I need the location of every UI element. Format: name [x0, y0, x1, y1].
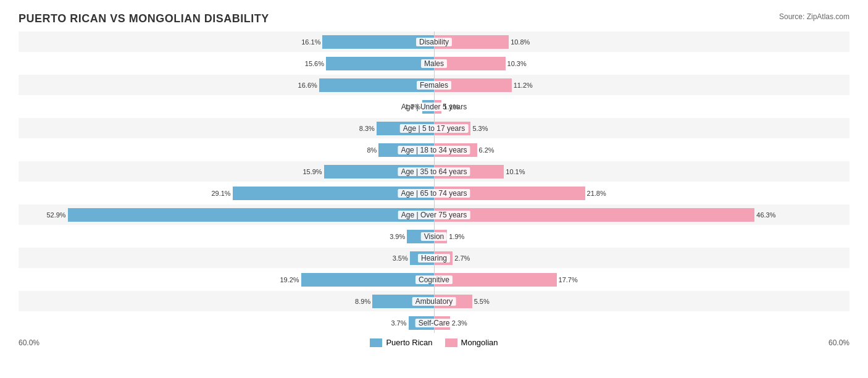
value-right-9: 1.9% — [449, 233, 464, 240]
bar-left-fill-11 — [301, 273, 434, 287]
value-right-8: 46.3% — [756, 211, 775, 219]
bar-label-10: Hearing — [418, 254, 450, 262]
legend-box-blue — [370, 338, 382, 347]
axis-left-value: 60.0% — [19, 338, 40, 347]
value-right-10: 2.7% — [454, 254, 470, 262]
bottom-labels: 60.0% Puerto Rican Mongolian 60.0% — [19, 338, 849, 347]
bar-label-0: Disability — [416, 38, 452, 46]
value-right-11: 17.7% — [559, 276, 578, 284]
value-left-7: 29.1% — [211, 190, 230, 197]
value-left-10: 3.5% — [393, 254, 408, 262]
legend-item-puerto-rican: Puerto Rican — [370, 338, 432, 347]
value-left-11: 19.2% — [280, 276, 299, 284]
value-right-5: 6.2% — [479, 146, 495, 154]
bar-label-5: Age | 18 to 34 years — [398, 146, 470, 154]
value-right-4: 5.3% — [472, 125, 488, 132]
value-right-7: 21.8% — [587, 190, 606, 197]
bar-label-1: Males — [421, 59, 447, 68]
value-left-12: 8.9% — [355, 298, 370, 305]
bar-right-fill-8 — [434, 208, 754, 222]
chart-container: PUERTO RICAN VS MONGOLIAN DISABILITY Sou… — [0, 0, 868, 372]
value-left-9: 3.9% — [390, 233, 405, 240]
bar-label-4: Age | 5 to 17 years — [400, 124, 469, 133]
bar-label-9: Vision — [421, 232, 447, 241]
value-right-2: 11.2% — [514, 82, 533, 89]
axis-right-value: 60.0% — [828, 338, 849, 347]
bar-label-2: Females — [417, 81, 451, 90]
value-left-8: 52.9% — [46, 211, 65, 219]
value-left-5: 8% — [367, 146, 377, 154]
value-left-0: 16.1% — [301, 38, 320, 46]
axis-line — [434, 32, 435, 333]
legend-box-pink — [445, 338, 457, 347]
bar-label-12: Ambulatory — [412, 297, 456, 306]
value-left-2: 16.6% — [298, 82, 317, 89]
chart-area: Disability 16.1% 10.8% Males 15.6% 10.3%… — [19, 32, 849, 333]
value-right-6: 10.1% — [506, 168, 525, 175]
value-right-0: 10.8% — [511, 38, 530, 46]
bar-left-fill-1 — [326, 57, 434, 70]
bar-label-6: Age | 35 to 64 years — [398, 167, 470, 176]
bar-left-fill-8 — [68, 208, 434, 222]
bar-label-13: Self-Care — [415, 319, 453, 327]
bar-label-8: Age | Over 75 years — [398, 211, 470, 219]
value-left-3: 1.7% — [405, 103, 420, 111]
legend: Puerto Rican Mongolian — [370, 338, 498, 347]
value-left-4: 8.3% — [359, 125, 375, 132]
value-left-6: 15.9% — [303, 168, 322, 175]
legend-label-mongolian: Mongolian — [461, 338, 498, 347]
value-left-13: 3.7% — [391, 319, 406, 327]
bar-label-7: Age | 65 to 74 years — [398, 189, 470, 198]
value-right-13: 2.3% — [452, 319, 467, 327]
legend-item-mongolian: Mongolian — [445, 338, 498, 347]
bar-label-11: Cognitive — [415, 275, 453, 284]
value-left-1: 15.6% — [305, 60, 324, 67]
source-text: Source: ZipAtlas.com — [779, 12, 849, 21]
legend-label-puerto-rican: Puerto Rican — [386, 338, 432, 347]
value-right-12: 5.5% — [474, 298, 490, 305]
chart-title: PUERTO RICAN VS MONGOLIAN DISABILITY — [19, 12, 849, 25]
value-right-3: 1.1% — [443, 103, 459, 111]
value-right-1: 10.3% — [507, 60, 527, 67]
